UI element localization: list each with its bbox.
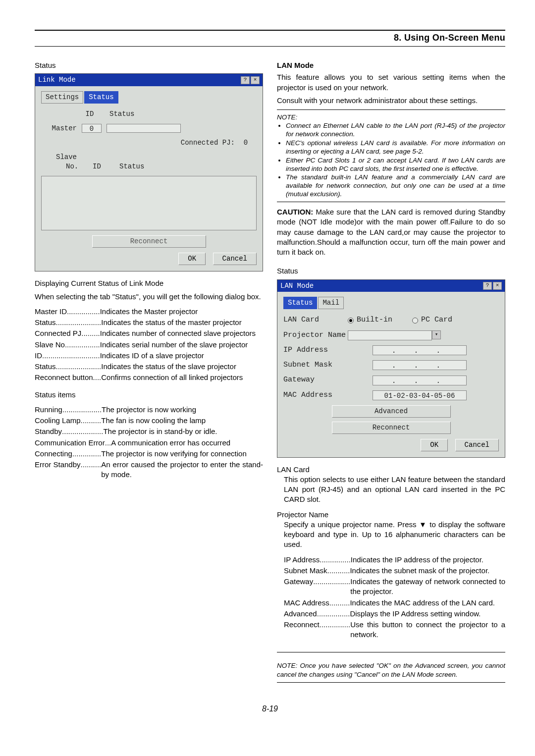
slave-label: Slave [41, 153, 77, 162]
col-id-header: ID [80, 109, 100, 119]
definition-item: Master ID ................ Indicates the… [35, 307, 263, 317]
lan-intro-2: Consult with your network administrator … [277, 96, 505, 106]
status-heading: Status [35, 60, 263, 70]
definition-item: ID ............................ Indicate… [35, 351, 263, 361]
section-title: 8. Using On-Screen Menu [35, 33, 505, 43]
subnet-mask-field[interactable]: . . . [373, 360, 467, 370]
definition-item: Running ................... The projecto… [35, 405, 263, 415]
definition-item: Standby .................... The project… [35, 427, 263, 436]
status-heading-right: Status [277, 266, 505, 276]
help-icon[interactable]: ? [241, 76, 250, 84]
lancard-subhead: LAN Card [277, 465, 505, 475]
col-status-header-2: Status [119, 162, 144, 171]
page-number: 8-19 [35, 704, 505, 713]
tab-settings[interactable]: Settings [41, 91, 83, 104]
note-item: Either PC Card Slots 1 or 2 can accept L… [286, 157, 505, 173]
mac-label: MAC Address [283, 390, 348, 400]
gateway-label: Gateway [283, 375, 348, 385]
cancel-button[interactable]: Cancel [213, 253, 257, 265]
ok-button[interactable]: OK [421, 439, 448, 451]
dropdown-icon[interactable]: ▾ [432, 330, 441, 339]
note-item: NEC's optional wireless LAN card is avai… [286, 139, 505, 156]
radio-dot-icon [348, 318, 354, 324]
dialog-title: Link Mode [38, 75, 76, 85]
definition-item: Connecting .............. The projector … [35, 449, 263, 459]
tab-mail[interactable]: Mail [318, 297, 344, 309]
definition-item: Error Standby .......... An error caused… [35, 460, 263, 480]
connected-pj-value: 0 [240, 138, 252, 148]
definition-item: Communication Error ... A communication … [35, 438, 263, 448]
definition-item: MAC Address .......... Indicates the MAC… [284, 598, 505, 608]
note-heading: NOTE: [277, 113, 505, 122]
close-icon[interactable]: × [493, 282, 502, 290]
master-label: Master [41, 124, 77, 133]
definition-item: Advanced ................ Displays the I… [284, 609, 505, 619]
pjname-label: Projector Name [283, 330, 348, 340]
definition-item: Reconnect ............... Use this butto… [284, 620, 505, 640]
slave-list-box [41, 176, 257, 230]
master-id-value: 0 [82, 124, 102, 133]
definition-item: Status ...................... Indicates … [35, 318, 263, 327]
definition-item: Cooling Lamp .......... The fan is now c… [35, 416, 263, 426]
reconnect-button[interactable]: Reconnect [92, 235, 206, 248]
status-items-list: Running ................... The projecto… [35, 405, 263, 480]
lancard-desc: This option selects to use either LAN fe… [284, 475, 505, 505]
master-status-value [107, 124, 181, 133]
lan-mode-heading: LAN Mode [277, 60, 505, 70]
connected-pj-label: Connected PJ: [181, 138, 235, 148]
para-displaying: Displaying Current Status of Link Mode [35, 278, 263, 288]
radio-builtin[interactable]: Built-in [348, 315, 392, 325]
subnet-label: Subnet Mask [283, 360, 348, 370]
ok-button[interactable]: OK [178, 253, 206, 265]
note-item: Connect an Ethernet LAN cable to the LAN… [286, 122, 505, 139]
lan-intro-1: This feature allows you to set various s… [277, 72, 505, 93]
definition-list: Master ID ................ Indicates the… [35, 307, 263, 383]
radio-pccard[interactable]: PC Card [412, 315, 452, 325]
note-list: Connect an Ethernet LAN cable to the LAN… [277, 122, 505, 199]
ip-address-field[interactable]: . . . [373, 345, 467, 355]
definition-item: Slave No ................. Indicates ser… [35, 340, 263, 350]
definition-item: Reconnect button .... Confirms connectio… [35, 373, 263, 382]
definition-item: Status ...................... Indicates … [35, 362, 263, 372]
pjname-subhead: Projector Name [277, 510, 505, 520]
gateway-field[interactable]: . . . [373, 376, 467, 385]
lan-definition-list: IP Address ............... Indicates the… [284, 555, 505, 640]
radio-dot-icon [412, 318, 418, 324]
close-icon[interactable]: × [251, 76, 260, 84]
col-id-header-2: ID [93, 162, 109, 171]
dialog-title: LAN Mode [280, 281, 314, 291]
tab-status[interactable]: Status [84, 91, 118, 104]
help-icon[interactable]: ? [483, 282, 492, 290]
para-dialog-desc: When selecting the tab "Status", you wil… [35, 292, 263, 302]
advanced-button[interactable]: Advanced [332, 405, 451, 418]
definition-item: Connected PJ ......... Indicates number … [35, 328, 263, 338]
tab-status[interactable]: Status [283, 297, 317, 309]
lan-mode-dialog: LAN Mode ? × Status Mail LAN Card [277, 279, 505, 458]
caution-label: CAUTION: [277, 208, 313, 216]
definition-item: Subnet Mask ........... Indicates the su… [284, 566, 505, 576]
col-no-header: No. [66, 162, 83, 171]
col-status-header: Status [109, 109, 184, 119]
footer-note: NOTE: Once you have selected "OK" on the… [277, 661, 505, 679]
definition-item: Gateway .................. Indicates the… [284, 577, 505, 597]
projector-name-field[interactable] [348, 330, 432, 340]
note-item: The standard built-in LAN feature and a … [286, 173, 505, 199]
mac-address-value: 01-02-03-04-05-06 [373, 390, 467, 400]
caution-block: CAUTION: Make sure that the LAN card is … [277, 207, 505, 257]
reconnect-button[interactable]: Reconnect [332, 422, 451, 434]
link-mode-dialog: Link Mode ? × Settings Status ID Statu [35, 73, 263, 271]
definition-item: IP Address ............... Indicates the… [284, 555, 505, 565]
cancel-button[interactable]: Cancel [455, 439, 499, 451]
pjname-desc: Specify a unique projector name. Press ▼… [284, 520, 505, 550]
lancard-label: LAN Card [283, 315, 348, 325]
ip-label: IP Address [283, 345, 348, 355]
status-items-heading: Status items [35, 390, 263, 400]
